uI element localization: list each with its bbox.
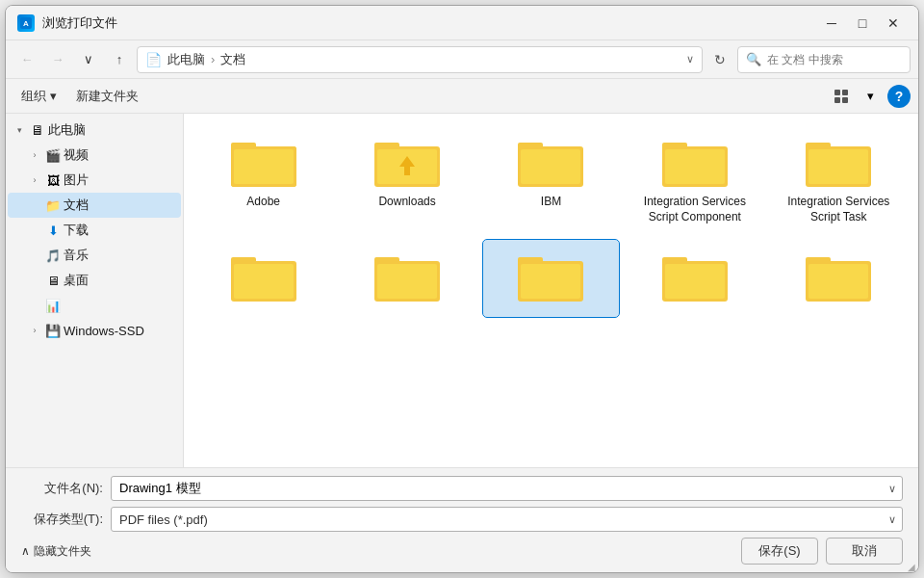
organize-dropdown-icon: ▾ [50,89,57,103]
view-controls: ▾ [828,84,884,109]
svg-rect-37 [808,264,868,299]
filename-input-wrapper[interactable]: ∨ [111,476,903,501]
pictures-icon: 🖼 [44,171,62,189]
search-icon: 🔍 [746,52,761,66]
sidebar-item-windows-ssd[interactable]: › 💾 Windows-SSD [8,318,181,343]
svg-rect-2 [834,90,840,95]
save-button[interactable]: 保存(S) [741,538,818,565]
folder-row2-1[interactable] [195,240,331,317]
dialog-title: 浏览打印文件 [42,14,818,32]
music-icon: 🎵 [44,247,62,264]
sidebar-item-downloads[interactable]: ⬇ 下载 [8,218,181,243]
folder-adobe[interactable]: Adobe [195,125,331,232]
svg-rect-15 [518,143,543,150]
folder-row2-3[interactable] [483,240,619,317]
resize-handle[interactable]: ◢ [908,562,919,573]
breadcrumb-sep1: › [211,52,215,66]
folder-row2-4-icon [660,248,730,305]
svg-rect-34 [665,264,725,299]
view-dropdown-button[interactable]: ▾ [857,84,884,109]
address-dropdown-button[interactable]: ∨ [686,53,694,66]
downloads-icon: ⬇ [44,222,62,239]
breadcrumb-pc: 此电脑 [167,51,205,68]
music-label: 音乐 [64,247,89,264]
sidebar-item-this-pc[interactable]: ▾ 🖥 此电脑 [8,118,181,143]
up-button[interactable]: ↑ [106,46,133,73]
folder-ibm[interactable]: IBM [483,125,619,232]
other-icon: 📊 [44,297,62,314]
folder-row2-5[interactable] [771,240,907,317]
folder-ibm-label: IBM [541,195,561,210]
maximize-button[interactable]: □ [849,10,876,37]
sidebar-item-music[interactable]: 🎵 音乐 [8,243,181,268]
svg-rect-21 [806,143,831,150]
sidebar-item-pictures[interactable]: › 🖼 图片 [8,168,181,193]
filetype-dropdown-icon: ∨ [888,513,896,526]
svg-rect-19 [665,149,725,184]
filetype-label: 保存类型(T): [21,511,103,528]
svg-rect-25 [234,264,294,299]
back-button[interactable]: ← [13,46,40,73]
expander-videos: › [27,147,42,163]
windows-ssd-label: Windows-SSD [64,324,144,338]
svg-rect-24 [231,257,256,265]
svg-text:A: A [23,19,29,28]
windows-ssd-icon: 💾 [44,322,62,339]
forward-button[interactable]: → [44,46,71,73]
folder-integration-component[interactable]: Integration Services Script Component [627,125,762,232]
sidebar: ▾ 🖥 此电脑 › 🎬 视频 › 🖼 图片 📁 文档 [6,114,184,467]
sidebar-item-videos[interactable]: › 🎬 视频 [8,143,181,168]
search-box[interactable]: 🔍 [737,46,911,73]
filetype-value: PDF files (*.pdf) [119,512,208,527]
svg-rect-3 [842,90,848,95]
downloads-label: 下载 [64,222,89,239]
filename-dropdown-icon: ∨ [888,483,896,495]
refresh-button[interactable]: ↻ [706,46,733,73]
sidebar-item-documents[interactable]: 📁 文档 [8,193,181,218]
address-bar[interactable]: 📄 此电脑 › 文档 ∨ [137,46,703,73]
organize-button[interactable]: 组织 ▾ [13,84,64,109]
sidebar-item-desktop[interactable]: 🖥 桌面 [8,268,181,293]
folder-row2-4[interactable] [627,240,762,317]
file-area: Adobe Downloads [184,114,918,467]
view-mode-button[interactable] [828,84,855,109]
folder-downloads[interactable]: Downloads [339,125,475,232]
svg-rect-18 [662,143,687,150]
folder-row2-5-icon [804,248,873,305]
svg-rect-5 [842,97,848,103]
cancel-button[interactable]: 取消 [826,538,903,565]
svg-rect-33 [662,257,687,265]
folder-row2-2-icon [372,248,442,305]
recent-locations-button[interactable]: ∨ [75,46,102,73]
desktop-label: 桌面 [64,272,89,289]
folder-integration-task-svg [804,133,873,191]
filename-row: 文件名(N): ∨ [21,476,903,501]
svg-rect-36 [806,257,831,265]
folder-row2-2[interactable] [339,240,475,317]
grid-view-icon [834,89,849,104]
folder-downloads-label: Downloads [378,195,435,210]
documents-icon: 📁 [44,197,62,214]
filename-input[interactable] [119,482,894,496]
file-grid: Adobe Downloads [195,125,907,317]
desktop-icon: 🖥 [44,272,62,289]
folder-ibm-icon [516,133,585,191]
folder-adobe-label: Adobe [246,195,280,210]
folder-integration-task[interactable]: Integration Services Script Task [771,125,907,232]
hide-folders-toggle[interactable]: ∧ 隐藏文件夹 [21,543,91,560]
sidebar-item-other[interactable]: 📊 [8,293,181,318]
svg-rect-11 [374,143,399,150]
svg-rect-22 [808,149,868,184]
documents-label: 文档 [64,197,89,214]
help-button[interactable]: ? [887,85,911,108]
new-folder-button[interactable]: 新建文件夹 [68,84,146,109]
svg-rect-9 [234,149,294,184]
search-input[interactable] [767,53,911,66]
filetype-select[interactable]: PDF files (*.pdf) ∨ [111,507,903,532]
videos-label: 视频 [64,146,89,164]
close-button[interactable]: ✕ [880,10,907,37]
expander-other [27,298,42,313]
videos-icon: 🎬 [44,146,62,164]
svg-rect-16 [521,149,580,184]
minimize-button[interactable]: ─ [818,10,845,37]
